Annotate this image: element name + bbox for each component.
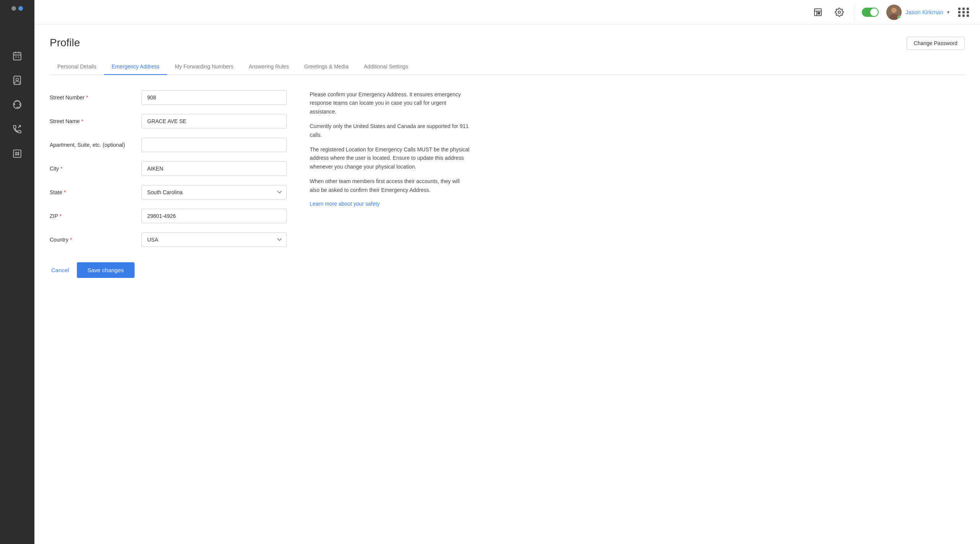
tab-personal-details[interactable]: Personal Details (50, 59, 104, 75)
country-label: Country * (50, 237, 134, 243)
user-menu[interactable]: Jason Kirkman ▾ (886, 5, 949, 20)
tabs-navigation: Personal Details Emergency Address My Fo… (50, 59, 965, 75)
svg-rect-14 (13, 150, 21, 158)
apartment-label: Apartment, Suite, etc. (optional) (50, 142, 134, 148)
user-chevron-icon: ▾ (947, 10, 949, 15)
city-input[interactable] (141, 161, 287, 176)
sidebar-item-calendar[interactable] (7, 45, 28, 67)
svg-point-5 (18, 57, 19, 58)
main-area: Jason Kirkman ▾ Profile Change Password … (34, 0, 980, 544)
sidebar-item-sms[interactable] (7, 143, 28, 164)
street-number-row: Street Number * (50, 90, 287, 105)
city-required: * (60, 166, 62, 172)
country-select[interactable]: USA Canada (141, 232, 287, 247)
city-row: City * (50, 161, 287, 176)
state-select[interactable]: AlabamaAlaskaArizonaArkansas CaliforniaC… (141, 185, 287, 200)
online-indicator (897, 16, 901, 19)
apartment-input[interactable] (141, 138, 287, 152)
zip-row: ZIP * (50, 209, 287, 223)
topbar-divider (854, 5, 854, 20)
svg-point-7 (16, 78, 19, 81)
country-required: * (70, 237, 72, 243)
svg-point-4 (15, 57, 16, 58)
tab-emergency-address[interactable]: Emergency Address (104, 59, 167, 75)
info-paragraph-2: Currently only the United States and Can… (310, 122, 470, 139)
state-label: State * (50, 189, 134, 195)
country-row: Country * USA Canada (50, 232, 287, 247)
change-password-button[interactable]: Change Password (907, 37, 965, 50)
cancel-button[interactable]: Cancel (50, 263, 71, 277)
svg-rect-22 (818, 12, 820, 14)
form-layout: Street Number * Street Name * Apartment,… (50, 90, 965, 278)
state-row: State * AlabamaAlaskaArizonaArkansas Cal… (50, 185, 287, 200)
sidebar-navigation (0, 45, 34, 164)
page-content: Profile Change Password Personal Details… (34, 24, 980, 544)
tab-additional-settings[interactable]: Additional Settings (356, 59, 416, 75)
zip-required: * (60, 213, 62, 219)
info-paragraph-1: Please confirm your Emergency Address. I… (310, 90, 470, 116)
street-name-row: Street Name * (50, 114, 287, 128)
logo-dot-blue (18, 6, 23, 11)
settings-icon[interactable] (832, 5, 846, 19)
page-header: Profile Change Password (50, 37, 965, 50)
svg-rect-12 (16, 107, 18, 108)
info-paragraph-3: The registered Location for Emergency Ca… (310, 145, 470, 171)
avatar (886, 5, 902, 20)
page-title: Profile (50, 37, 80, 49)
stats-icon[interactable] (811, 5, 825, 19)
tab-greetings-media[interactable]: Greetings & Media (297, 59, 356, 75)
sidebar (0, 0, 34, 544)
sidebar-item-support[interactable] (7, 94, 28, 115)
zip-label: ZIP * (50, 213, 134, 219)
svg-rect-0 (13, 52, 21, 60)
user-name-label: Jason Kirkman (905, 9, 943, 15)
tab-forwarding-numbers[interactable]: My Forwarding Numbers (167, 59, 241, 75)
svg-point-23 (838, 11, 840, 13)
zip-input[interactable] (141, 209, 287, 223)
info-section: Please confirm your Emergency Address. I… (310, 90, 470, 278)
sidebar-logo (8, 6, 27, 11)
city-label: City * (50, 166, 134, 172)
street-number-input[interactable] (141, 90, 287, 105)
info-paragraph-4: When other team members first access the… (310, 177, 470, 194)
tab-answering-rules[interactable]: Answering Rules (241, 59, 297, 75)
svg-point-25 (891, 8, 897, 13)
form-section: Street Number * Street Name * Apartment,… (50, 90, 287, 278)
street-number-label: Street Number * (50, 94, 134, 101)
save-changes-button[interactable]: Save changes (77, 262, 135, 278)
street-number-required: * (86, 94, 88, 101)
learn-more-link[interactable]: Learn more about your safety (310, 201, 380, 207)
form-actions: Cancel Save changes (50, 262, 287, 278)
logo-dot-gray (11, 6, 16, 11)
street-name-required: * (81, 118, 83, 124)
dialpad-icon[interactable] (957, 5, 971, 19)
apartment-row: Apartment, Suite, etc. (optional) (50, 138, 287, 152)
street-name-label: Street Name * (50, 118, 134, 124)
street-name-input[interactable] (141, 114, 287, 128)
status-toggle[interactable] (862, 8, 879, 17)
sidebar-item-contacts[interactable] (7, 70, 28, 91)
state-required: * (64, 189, 66, 195)
topbar: Jason Kirkman ▾ (34, 0, 980, 24)
sidebar-item-callback[interactable] (7, 119, 28, 140)
